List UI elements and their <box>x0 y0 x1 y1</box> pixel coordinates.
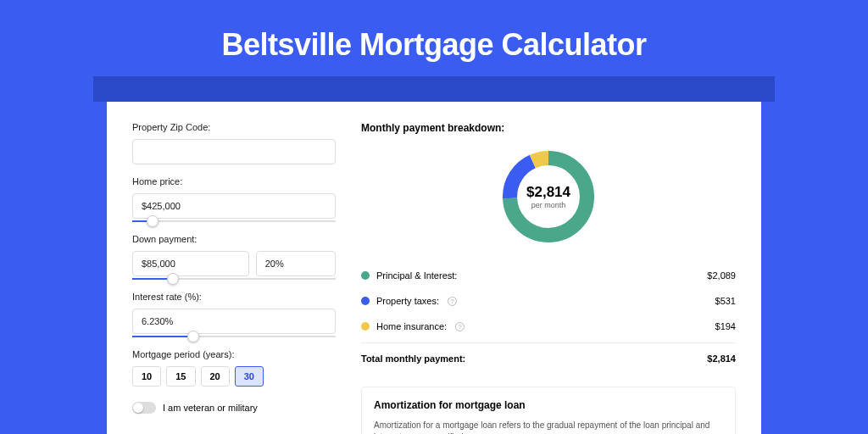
rate-label: Interest rate (%): <box>132 292 336 302</box>
price-slider[interactable] <box>132 220 336 222</box>
label-taxes: Property taxes: <box>376 296 439 306</box>
rate-slider-thumb[interactable] <box>187 331 199 342</box>
value-total: $2,814 <box>707 353 736 364</box>
down-slider[interactable] <box>132 278 336 280</box>
label-total: Total monthly payment: <box>361 353 465 364</box>
label-insurance: Home insurance: <box>376 321 447 331</box>
label-principal: Principal & Interest: <box>376 270 457 281</box>
zip-label: Property Zip Code: <box>132 122 336 132</box>
row-insurance: Home insurance: ? $194 <box>361 314 736 339</box>
period-option-30[interactable]: 30 <box>235 366 264 387</box>
down-amount-input[interactable] <box>132 251 249 276</box>
price-input[interactable] <box>132 193 336 219</box>
amortization-title: Amortization for mortgage loan <box>374 399 723 411</box>
down-pct-input[interactable] <box>256 251 336 276</box>
dot-principal-icon <box>361 271 370 280</box>
breakdown-title: Monthly payment breakdown: <box>361 122 736 134</box>
period-option-10[interactable]: 10 <box>132 366 161 387</box>
donut-chart: $2,814 per month <box>498 146 599 248</box>
amortization-text: Amortization for a mortgage loan refers … <box>374 420 723 434</box>
breakdown-column: Monthly payment breakdown: $2,814 per mo… <box>361 122 736 434</box>
info-insurance-icon[interactable]: ? <box>455 322 465 331</box>
veteran-toggle[interactable] <box>132 402 156 414</box>
dot-taxes-icon <box>361 297 370 305</box>
down-slider-thumb[interactable] <box>167 273 179 285</box>
period-group: Mortgage period (years): 10 15 20 30 <box>132 349 336 387</box>
veteran-row: I am veteran or military <box>132 402 336 414</box>
donut-wrap: $2,814 per month <box>361 146 736 248</box>
zip-group: Property Zip Code: <box>132 122 336 164</box>
value-taxes: $531 <box>715 296 736 306</box>
info-taxes-icon[interactable]: ? <box>448 297 457 306</box>
price-group: Home price: <box>132 176 336 222</box>
period-pills: 10 15 20 30 <box>132 366 336 387</box>
donut-amount: $2,814 <box>526 184 570 201</box>
header-band <box>93 76 775 102</box>
down-label: Down payment: <box>132 234 336 244</box>
amortization-card: Amortization for mortgage loan Amortizat… <box>361 387 736 434</box>
row-taxes: Property taxes: ? $531 <box>361 288 736 314</box>
period-label: Mortgage period (years): <box>132 349 336 359</box>
value-insurance: $194 <box>715 321 736 331</box>
value-principal: $2,089 <box>707 270 736 281</box>
period-option-15[interactable]: 15 <box>166 366 195 387</box>
donut-sub: per month <box>531 201 566 209</box>
veteran-label: I am veteran or military <box>163 403 258 413</box>
zip-input[interactable] <box>132 139 336 164</box>
rate-slider[interactable] <box>132 336 336 337</box>
rate-input[interactable] <box>132 309 336 334</box>
form-column: Property Zip Code: Home price: Down paym… <box>132 122 336 434</box>
rate-group: Interest rate (%): <box>132 292 336 337</box>
row-principal: Principal & Interest: $2,089 <box>361 263 736 288</box>
row-total: Total monthly payment: $2,814 <box>361 342 736 371</box>
page-title: Beltsville Mortgage Calculator <box>0 0 868 76</box>
down-group: Down payment: <box>132 234 336 280</box>
period-option-20[interactable]: 20 <box>201 366 230 387</box>
price-label: Home price: <box>132 176 336 186</box>
calculator-card: Property Zip Code: Home price: Down paym… <box>107 102 761 434</box>
dot-insurance-icon <box>361 322 370 331</box>
price-slider-thumb[interactable] <box>147 215 159 227</box>
